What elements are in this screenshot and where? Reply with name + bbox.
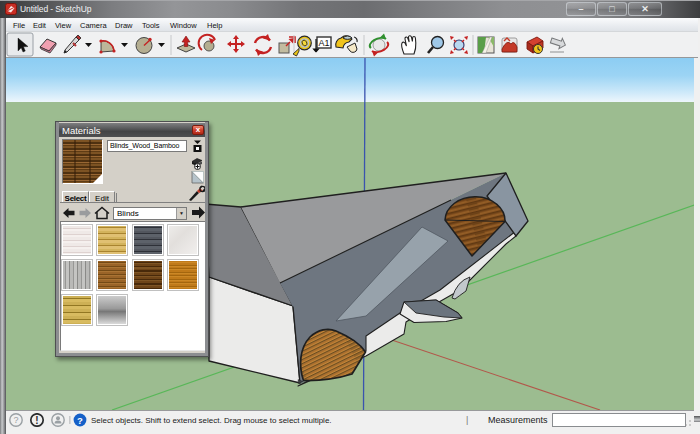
svg-text:A1: A1 [318, 38, 329, 48]
svg-text:?: ? [77, 415, 83, 426]
svg-text:?: ? [13, 415, 18, 425]
svg-text:!: ! [35, 415, 38, 426]
